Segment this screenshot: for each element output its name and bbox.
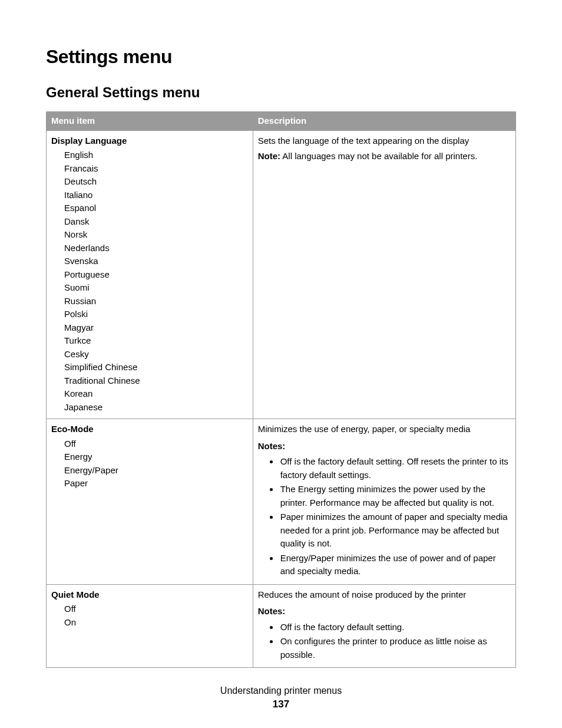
- option: Energy: [64, 450, 248, 464]
- item-options: Off Energy Energy/Paper Paper: [51, 437, 248, 490]
- option: Magyar: [64, 321, 248, 335]
- option: Energy/Paper: [64, 464, 248, 477]
- option: Norsk: [64, 228, 248, 242]
- footer-section-title: Understanding printer menus: [0, 686, 562, 696]
- option: Deutsch: [64, 175, 248, 189]
- option: Korean: [64, 387, 248, 401]
- option: Italiano: [64, 189, 248, 202]
- option: Svenska: [64, 255, 248, 268]
- item-options: Off On: [51, 602, 248, 629]
- option: Polski: [64, 308, 248, 321]
- note-text: All languages may not be available for a…: [280, 151, 477, 161]
- item-name: Quiet Mode: [51, 588, 248, 602]
- option: Traditional Chinese: [64, 374, 248, 388]
- notes-list: Off is the factory default setting. Off …: [258, 455, 511, 578]
- note-item: Off is the factory default setting.: [279, 621, 511, 634]
- menu-item-cell: Display Language English Francais Deutsc…: [47, 130, 253, 419]
- description-note: Note: All languages may not be available…: [258, 150, 511, 163]
- menu-item-cell: Eco-Mode Off Energy Energy/Paper Paper: [47, 419, 253, 585]
- option: Off: [64, 602, 248, 616]
- description-text: Minimizes the use of energy, paper, or s…: [258, 423, 511, 436]
- page-footer: Understanding printer menus 137: [0, 686, 562, 710]
- option: Russian: [64, 295, 248, 308]
- description-cell: Minimizes the use of energy, paper, or s…: [253, 419, 515, 585]
- note-item: Off is the factory default setting. Off …: [279, 455, 511, 482]
- document-page: Settings menu General Settings menu Menu…: [0, 0, 562, 728]
- note-item: On configures the printer to produce as …: [279, 635, 511, 661]
- notes-heading: Notes:: [258, 605, 511, 618]
- option: Francais: [64, 162, 248, 176]
- item-name: Display Language: [51, 134, 248, 148]
- description-cell: Sets the language of the text appearing …: [253, 130, 515, 419]
- option: Off: [64, 437, 248, 451]
- option: Dansk: [64, 215, 248, 229]
- note-item: Energy/Paper minimizes the use of power …: [279, 552, 511, 578]
- option: Simplified Chinese: [64, 361, 248, 374]
- description-text: Reduces the amount of noise produced by …: [258, 588, 511, 602]
- option: Paper: [64, 477, 248, 490]
- header-menu-item: Menu item: [47, 112, 253, 131]
- description-cell: Reduces the amount of noise produced by …: [253, 584, 515, 668]
- table-row: Display Language English Francais Deutsc…: [47, 130, 516, 419]
- description-text: Sets the language of the text appearing …: [258, 134, 511, 148]
- table-row: Eco-Mode Off Energy Energy/Paper Paper M…: [47, 419, 516, 585]
- note-label: Note:: [258, 151, 280, 161]
- notes-heading: Notes:: [258, 440, 511, 453]
- option: Portuguese: [64, 268, 248, 282]
- header-description: Description: [253, 112, 515, 131]
- option: Nederlands: [64, 242, 248, 255]
- settings-table: Menu item Description Display Language E…: [46, 111, 516, 668]
- option: On: [64, 616, 248, 630]
- page-title: Settings menu: [46, 46, 516, 68]
- option: Suomi: [64, 281, 248, 295]
- note-item: Paper minimizes the amount of paper and …: [279, 510, 511, 551]
- option: Japanese: [64, 401, 248, 414]
- item-options: English Francais Deutsch Italiano Espano…: [51, 149, 248, 414]
- option: Cesky: [64, 348, 248, 361]
- section-title: General Settings menu: [46, 84, 516, 101]
- option: Turkce: [64, 334, 248, 348]
- note-item: The Energy setting minimizes the power u…: [279, 483, 511, 509]
- option: Espanol: [64, 202, 248, 215]
- table-row: Quiet Mode Off On Reduces the amount of …: [47, 584, 516, 668]
- option: English: [64, 149, 248, 162]
- footer-page-number: 137: [0, 699, 562, 710]
- menu-item-cell: Quiet Mode Off On: [47, 584, 253, 668]
- notes-list: Off is the factory default setting. On c…: [258, 621, 511, 662]
- item-name: Eco-Mode: [51, 423, 248, 436]
